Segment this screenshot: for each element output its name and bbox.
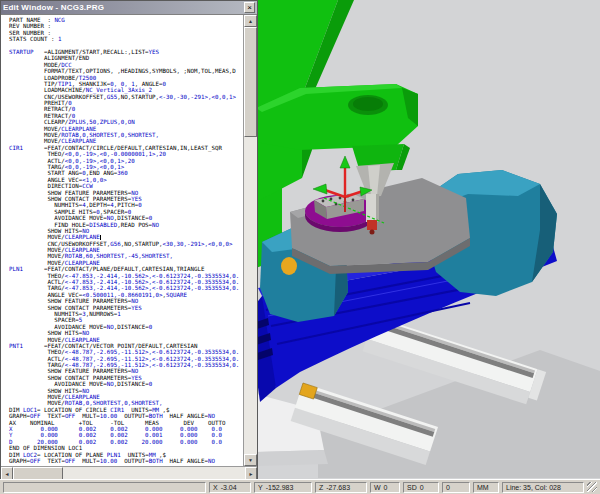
vertical-scroll-track[interactable] [244,137,257,454]
vertical-scrollbar[interactable]: ▲ ▼ [243,15,257,466]
horizontal-scrollbar[interactable]: ◄ ► [1,466,257,480]
close-icon[interactable]: × [244,2,255,13]
status-field-x: X-3.04 [209,482,251,493]
status-field-z: Z-27.683 [315,482,367,493]
code-editor[interactable]: PART NAME : NCGREV NUMBER : SER NUMBER :… [1,15,243,466]
pedestal-button [281,257,297,275]
status-field-line-35-col-028: Line: 35, Col: 028 [502,482,584,493]
application-window: Edit Window - NCG3.PRG × PART NAME : NCG… [0,0,600,494]
scroll-down-icon[interactable]: ▼ [244,454,257,466]
status-field-y: Y-152.983 [254,482,312,493]
status-field-0: 0 [442,482,470,493]
probe-tip [367,220,377,230]
scroll-up-icon[interactable]: ▲ [244,15,257,27]
status-field-w: W0 [370,482,400,493]
resize-grip-icon[interactable] [587,482,597,492]
edit-window-titlebar[interactable]: Edit Window - NCG3.PRG × [1,1,257,14]
status-message-area [3,482,206,493]
status-field-mm: MM [473,482,499,493]
status-field-sd: SD0 [403,482,439,493]
edit-window-title: Edit Window - NCG3.PRG [3,3,244,12]
vertical-scroll-thumb[interactable] [244,27,257,137]
edit-window-body: PART NAME : NCGREV NUMBER : SER NUMBER :… [1,14,257,466]
edit-window: Edit Window - NCG3.PRG × PART NAME : NCG… [0,0,258,479]
status-bar: X-3.04Y-152.983Z-27.683W0SD00MMLine: 35,… [0,479,600,494]
